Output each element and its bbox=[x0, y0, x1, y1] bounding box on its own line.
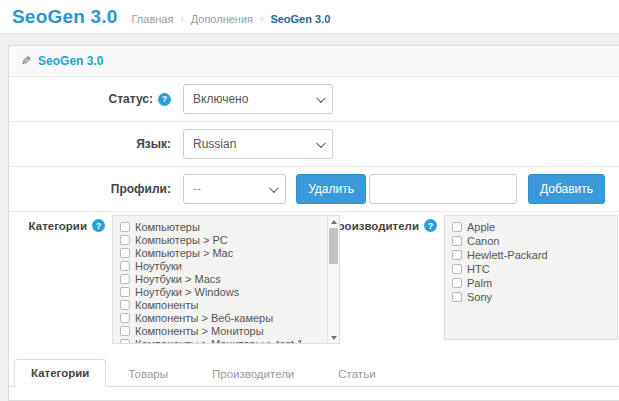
categories-scrollbar[interactable] bbox=[327, 216, 339, 343]
checkbox[interactable] bbox=[452, 222, 462, 232]
tab-manufacturers[interactable]: Производители bbox=[190, 360, 316, 387]
help-icon[interactable]: ? bbox=[92, 219, 105, 232]
manufacturer-option[interactable]: Sony bbox=[452, 290, 617, 304]
checkbox[interactable] bbox=[120, 339, 130, 345]
categories-label-wrap: Категории ? bbox=[15, 215, 112, 232]
checkbox[interactable] bbox=[120, 313, 130, 323]
checkbox[interactable] bbox=[452, 278, 462, 288]
category-option[interactable]: Компьютеры > PC bbox=[120, 233, 339, 246]
checkbox[interactable] bbox=[452, 236, 462, 246]
manufacturers-listbox: Apple Canon Hewlett-Packard HTC Palm bbox=[444, 215, 618, 340]
checkbox[interactable] bbox=[120, 248, 130, 258]
manufacturer-option[interactable]: HTC bbox=[452, 262, 617, 276]
breadcrumb: Главная › Дополнения › SeoGen 3.0 bbox=[132, 13, 331, 25]
category-option[interactable]: Компоненты bbox=[120, 298, 339, 311]
status-label-wrap: Статус: ? bbox=[23, 92, 183, 106]
language-select[interactable]: Russian bbox=[183, 129, 333, 159]
page-header: SeoGen 3.0 Главная › Дополнения › SeoGen… bbox=[0, 0, 619, 34]
checkbox[interactable] bbox=[120, 222, 130, 232]
breadcrumb-current: SeoGen 3.0 bbox=[270, 13, 330, 25]
category-option[interactable]: Ноутбуки bbox=[120, 259, 339, 272]
seogen-settings-page: SeoGen 3.0 Главная › Дополнения › SeoGen… bbox=[0, 0, 619, 401]
categories-label: Категории bbox=[29, 220, 87, 232]
bottom-tabs: Категории Товары Производители Статьи bbox=[9, 359, 619, 387]
chevron-down-icon bbox=[316, 93, 326, 103]
manufacturer-option[interactable]: Apple bbox=[452, 220, 617, 234]
lists-row: Категории ? Компьютеры Компьютеры > PC К… bbox=[9, 212, 619, 344]
category-option[interactable]: Ноутбуки > Windows bbox=[120, 285, 339, 298]
tab-articles[interactable]: Статьи bbox=[316, 360, 397, 387]
scroll-down-icon[interactable] bbox=[328, 332, 339, 343]
checkbox[interactable] bbox=[452, 250, 462, 260]
page-title: SeoGen 3.0 bbox=[12, 6, 118, 28]
category-option[interactable]: Компоненты > Мониторы > test 1 bbox=[120, 337, 339, 344]
help-icon[interactable]: ? bbox=[424, 219, 437, 232]
checkbox[interactable] bbox=[120, 326, 130, 336]
scrollbar-thumb[interactable] bbox=[329, 228, 338, 264]
category-option[interactable]: Ноутбуки > Macs bbox=[120, 272, 339, 285]
breadcrumb-home[interactable]: Главная bbox=[132, 13, 174, 25]
category-option[interactable]: Компьютеры > Mac bbox=[120, 246, 339, 259]
checkbox[interactable] bbox=[452, 292, 462, 302]
delete-profile-button[interactable]: Удалить bbox=[296, 174, 366, 204]
tab-products[interactable]: Товары bbox=[106, 360, 190, 387]
help-icon[interactable]: ? bbox=[158, 93, 171, 106]
category-option[interactable]: Компоненты > Веб-камеры bbox=[120, 311, 339, 324]
checkbox[interactable] bbox=[120, 261, 130, 271]
status-label: Статус: bbox=[109, 92, 153, 106]
add-profile-button[interactable]: Добавить bbox=[528, 174, 605, 204]
profiles-select-value: -- bbox=[193, 182, 201, 196]
checkbox[interactable] bbox=[120, 235, 130, 245]
chevron-down-icon bbox=[316, 138, 326, 148]
status-row: Статус: ? Включено bbox=[9, 77, 619, 122]
edit-icon: ✎ bbox=[21, 54, 31, 68]
settings-panel: ✎ SeoGen 3.0 Статус: ? Включено Язык: Ru… bbox=[8, 45, 619, 401]
language-row: Язык: Russian bbox=[9, 122, 619, 167]
checkbox[interactable] bbox=[120, 287, 130, 297]
panel-title: SeoGen 3.0 bbox=[38, 54, 103, 68]
profiles-row: Профили: -- Удалить Добавить bbox=[9, 167, 619, 212]
manufacturer-option[interactable]: Canon bbox=[452, 234, 617, 248]
panel-heading: ✎ SeoGen 3.0 bbox=[9, 46, 619, 77]
language-label: Язык: bbox=[136, 137, 171, 151]
status-select-value: Включено bbox=[193, 92, 248, 106]
manufacturers-label-wrap: Производители ? bbox=[345, 215, 444, 232]
manufacturer-option[interactable]: Hewlett-Packard bbox=[452, 248, 617, 262]
category-option[interactable]: Компоненты > Мониторы bbox=[120, 324, 339, 337]
tab-categories[interactable]: Категории bbox=[14, 359, 106, 387]
scroll-up-icon[interactable] bbox=[328, 216, 339, 227]
breadcrumb-extensions[interactable]: Дополнения bbox=[191, 13, 253, 25]
manufacturers-label: Производители bbox=[329, 220, 419, 232]
category-option[interactable]: Компьютеры bbox=[120, 220, 339, 233]
checkbox[interactable] bbox=[120, 274, 130, 284]
profile-name-input[interactable] bbox=[369, 174, 517, 204]
categories-listbox: Компьютеры Компьютеры > PC Компьютеры > … bbox=[112, 215, 340, 344]
status-select[interactable]: Включено bbox=[183, 84, 333, 114]
checkbox[interactable] bbox=[120, 300, 130, 310]
language-select-value: Russian bbox=[193, 137, 236, 151]
breadcrumb-separator: › bbox=[260, 13, 263, 24]
profiles-select[interactable]: -- bbox=[183, 174, 286, 204]
profiles-label-wrap: Профили: bbox=[23, 182, 183, 196]
chevron-down-icon bbox=[269, 183, 279, 193]
manufacturer-option[interactable]: Palm bbox=[452, 276, 617, 290]
breadcrumb-separator: › bbox=[180, 13, 183, 24]
language-label-wrap: Язык: bbox=[23, 137, 183, 151]
checkbox[interactable] bbox=[452, 264, 462, 274]
profiles-label: Профили: bbox=[111, 182, 171, 196]
